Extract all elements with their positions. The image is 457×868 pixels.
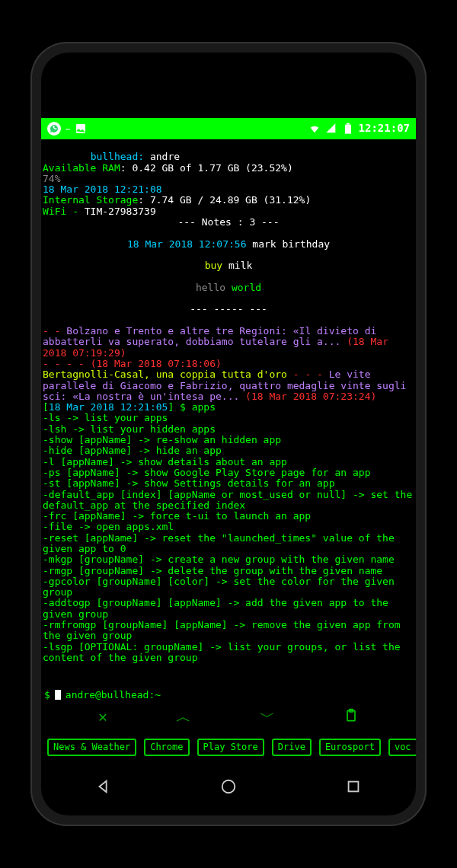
signal-icon: [325, 123, 337, 135]
host-label: bullhead:: [91, 151, 144, 162]
help-line: -l [appName] -> show details about an ap…: [43, 457, 414, 468]
svg-rect-2: [347, 123, 350, 125]
cmd-time: 18 Mar 2018 12:21:05: [49, 401, 168, 413]
prompt-row[interactable]: $ andre@bullhead:~: [41, 687, 416, 704]
help-line: -lsh -> list your hidden apps: [43, 424, 414, 435]
help-line: -gpcolor [groupName] [color] -> set the …: [43, 576, 414, 598]
note1-text: mark birthday: [246, 238, 330, 250]
feed-a2: Bolzano e Trento e altre tre Regioni: «I…: [43, 325, 382, 347]
note2-b: milk: [228, 260, 252, 271]
help-block: -ls -> list your apps-lsh -> list your h…: [43, 413, 414, 663]
user-label: andre: [144, 151, 180, 162]
svg-rect-1: [345, 125, 351, 134]
recent-icon[interactable]: [345, 778, 362, 795]
feed-c2: - - -: [287, 369, 329, 380]
prompt-symbol: $: [44, 690, 50, 700]
chevron-down-icon[interactable]: ﹀: [260, 708, 275, 726]
note1-time: 18 Mar 2018 12:07:56: [127, 238, 247, 250]
note2-a: buy: [205, 260, 228, 271]
toolbar: ✕ ︿ ﹀: [41, 704, 416, 731]
app-chip[interactable]: Chrome: [144, 739, 189, 756]
help-line: -addtogp [groupName] [appName] -> add th…: [43, 598, 414, 620]
notes-title: --- Notes : 3 ---: [43, 217, 414, 228]
wifi-value: TIM-27983739: [85, 206, 156, 217]
help-line: -st [appName] -> show Settings details f…: [43, 478, 414, 489]
help-line: -frc [appName] -> force t-ui to launch a…: [43, 511, 414, 522]
close-icon[interactable]: ✕: [98, 708, 107, 726]
help-line: -mkgp [groupName] -> create a new group …: [43, 554, 414, 565]
notif-icon: ⋯: [66, 125, 70, 133]
image-icon: [75, 123, 87, 135]
prompt-input[interactable]: andre@bullhead:~: [66, 690, 413, 700]
wifi-label: WiFi -: [43, 206, 85, 217]
home-icon[interactable]: [220, 778, 237, 795]
help-line: -rmgp [groupName] -> delete the group wi…: [43, 566, 414, 576]
app-chip[interactable]: News & Weather: [47, 739, 136, 756]
nav-bar: [41, 771, 416, 802]
whatsapp-icon: [47, 122, 61, 136]
svg-point-5: [222, 780, 235, 793]
help-line: -rmfromgp [groupName] [appName] -> remov…: [43, 620, 414, 642]
storage-label: Internal Storage: [43, 194, 138, 206]
app-chip[interactable]: voc: [388, 739, 416, 756]
help-line: -default_app [index] [appName or most_us…: [43, 490, 414, 512]
wifi-icon: [308, 123, 321, 135]
notes-sep: --- ----- ---: [43, 304, 414, 314]
cmd-br: [: [43, 401, 49, 413]
phone-inner: ⋯ 12:21:07 bullhead: andre Available RAM…: [41, 53, 416, 815]
help-line: -file -> open apps.xml: [43, 522, 414, 532]
feed-c4: (18 Mar 2018 07:23:24): [239, 391, 376, 402]
screen: ⋯ 12:21:07 bullhead: andre Available RAM…: [41, 118, 416, 779]
cmd-rest: ] $ apps: [168, 401, 216, 413]
battery-icon: [342, 123, 354, 135]
back-icon[interactable]: [95, 778, 112, 795]
help-line: -reset [appName] -> reset the "launched_…: [43, 533, 414, 555]
note3-b: world: [232, 282, 261, 293]
ram-value: : 0.42 GB of 1.77 GB (23.52%): [120, 162, 293, 174]
feed-b2: (18 Mar 2018 07:18:06): [91, 358, 222, 369]
note3-a: hello: [196, 282, 232, 293]
help-line: -ls -> list your apps: [43, 413, 414, 423]
feed-a1: - -: [43, 325, 66, 337]
help-line: -show [appName] -> re-show an hidden app: [43, 435, 414, 445]
feed-b1: - - - -: [43, 358, 91, 369]
time-label: 18 Mar 2018 12:21:08: [43, 183, 162, 195]
app-chip[interactable]: Drive: [272, 739, 312, 756]
clock-text: 12:21:07: [359, 123, 410, 134]
app-chip[interactable]: Eurosport: [319, 739, 381, 756]
clipboard-icon[interactable]: [344, 708, 359, 726]
ram-label: Available RAM: [43, 162, 120, 174]
phone-frame: ⋯ 12:21:07 bullhead: andre Available RAM…: [30, 42, 427, 826]
help-line: -hide [appName] -> hide an app: [43, 445, 414, 456]
status-bar: ⋯ 12:21:07: [41, 118, 416, 139]
help-line: -lsgp [OPTIONAL: groupName] -> list your…: [43, 642, 414, 664]
storage-value: : 7.74 GB / 24.89 GB (31.12%): [138, 194, 311, 206]
cursor: [55, 690, 61, 700]
terminal-output[interactable]: bullhead: andre Available RAM: 0.42 GB o…: [41, 139, 416, 687]
feed-c1: Bertagnolli-Casal, una coppia tutta d'or…: [43, 369, 287, 380]
svg-rect-6: [349, 782, 359, 792]
app-chip[interactable]: Play Store: [197, 739, 264, 756]
pct-label: 74%: [43, 173, 60, 184]
chevron-up-icon[interactable]: ︿: [176, 708, 191, 726]
help-line: -ps [appName] -> show Google Play Store …: [43, 468, 414, 478]
